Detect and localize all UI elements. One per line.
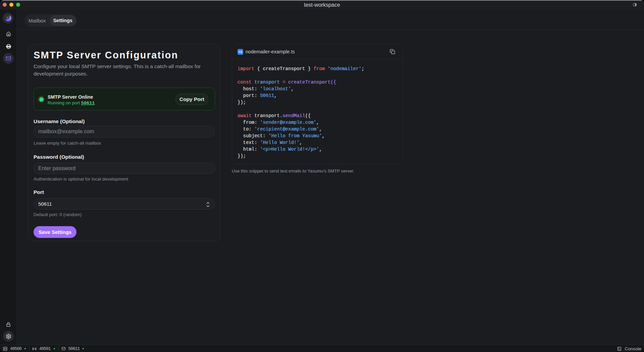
svg-text:WWW: WWW	[6, 45, 11, 47]
